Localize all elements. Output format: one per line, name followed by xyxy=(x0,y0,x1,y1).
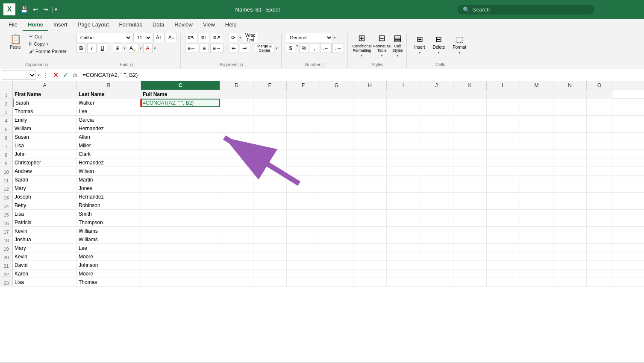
cell-C23[interactable] xyxy=(141,278,220,287)
cell-C10[interactable] xyxy=(141,167,220,176)
cell-F4[interactable] xyxy=(287,116,320,124)
cell-I14[interactable] xyxy=(387,201,420,210)
cell-J14[interactable] xyxy=(420,201,453,210)
merge-dropdown[interactable]: ▾ xyxy=(276,46,278,50)
cell-H16[interactable] xyxy=(353,218,387,227)
font-color-dropdown[interactable]: ▾ xyxy=(154,46,156,50)
cell-B18[interactable]: Williams xyxy=(77,235,141,244)
cell-A23[interactable]: Lisa xyxy=(13,278,77,287)
formula-options-icon[interactable]: ⋮ xyxy=(41,72,50,79)
cell-G15[interactable] xyxy=(320,210,353,218)
cell-D13[interactable] xyxy=(220,193,253,201)
fill-dropdown[interactable]: ▾ xyxy=(140,46,142,50)
cell-J1[interactable] xyxy=(420,90,453,99)
cell-A5[interactable]: William xyxy=(13,124,77,133)
cell-E13[interactable] xyxy=(253,193,287,201)
number-format-select[interactable]: General xyxy=(286,33,333,42)
cell-G9[interactable] xyxy=(320,158,353,167)
cell-B14[interactable]: Robinson xyxy=(77,201,141,210)
cell-M19[interactable] xyxy=(520,244,553,252)
cell-M18[interactable] xyxy=(520,235,553,244)
cell-N10[interactable] xyxy=(553,167,587,176)
formula-expand-icon[interactable]: ▾ xyxy=(38,73,40,77)
cell-J21[interactable] xyxy=(420,261,453,269)
cell-N20[interactable] xyxy=(553,252,587,261)
cell-D20[interactable] xyxy=(220,252,253,261)
cell-B23[interactable]: Thomas xyxy=(77,278,141,287)
cell-A7[interactable]: Lisa xyxy=(13,141,77,150)
cell-H13[interactable] xyxy=(353,193,387,201)
cell-J5[interactable] xyxy=(420,124,453,133)
currency-button[interactable]: $ xyxy=(286,44,295,53)
col-header-a[interactable]: A xyxy=(13,81,77,90)
cell-G7[interactable] xyxy=(320,141,353,150)
bold-button[interactable]: B xyxy=(76,44,86,53)
cell-A10[interactable]: Andrew xyxy=(13,167,77,176)
cell-O13[interactable] xyxy=(587,193,612,201)
cell-B20[interactable]: Moore xyxy=(77,252,141,261)
cell-O17[interactable] xyxy=(587,227,612,235)
cell-B4[interactable]: Garcia xyxy=(77,116,141,124)
cell-M8[interactable] xyxy=(520,150,553,158)
cell-G13[interactable] xyxy=(320,193,353,201)
save-button[interactable]: 💾 xyxy=(19,5,29,14)
col-header-k[interactable]: K xyxy=(453,81,487,90)
cell-G22[interactable] xyxy=(320,269,353,278)
col-header-h[interactable]: H xyxy=(353,81,387,90)
decrease-decimal-button[interactable]: .← xyxy=(320,44,332,53)
cell-E15[interactable] xyxy=(253,210,287,218)
cell-E19[interactable] xyxy=(253,244,287,252)
cell-H17[interactable] xyxy=(353,227,387,235)
cell-D2[interactable] xyxy=(220,99,253,107)
cell-I9[interactable] xyxy=(387,158,420,167)
cell-K17[interactable] xyxy=(453,227,487,235)
cell-F1[interactable] xyxy=(287,90,320,99)
format-table-dropdown[interactable]: ▾ xyxy=(381,53,383,58)
cell-H5[interactable] xyxy=(353,124,387,133)
cell-L1[interactable] xyxy=(487,90,520,99)
cell-F19[interactable] xyxy=(287,244,320,252)
search-input[interactable] xyxy=(472,6,558,13)
cell-A6[interactable]: Susan xyxy=(13,133,77,141)
cell-D14[interactable] xyxy=(220,201,253,210)
cell-D15[interactable] xyxy=(220,210,253,218)
cell-L8[interactable] xyxy=(487,150,520,158)
cell-C17[interactable] xyxy=(141,227,220,235)
tab-view[interactable]: View xyxy=(198,19,220,31)
cell-O7[interactable] xyxy=(587,141,612,150)
cell-M10[interactable] xyxy=(520,167,553,176)
cell-G16[interactable] xyxy=(320,218,353,227)
cell-O19[interactable] xyxy=(587,244,612,252)
cell-C19[interactable] xyxy=(141,244,220,252)
cell-B19[interactable]: Lee xyxy=(77,244,141,252)
paste-button[interactable]: 📋 Paste xyxy=(5,33,26,51)
cell-I22[interactable] xyxy=(387,269,420,278)
cell-L23[interactable] xyxy=(487,278,520,287)
align-top-left-button[interactable]: ≡↖ xyxy=(185,33,197,42)
tab-file[interactable]: File xyxy=(3,19,23,31)
cell-E3[interactable] xyxy=(253,107,287,116)
format-painter-button[interactable]: 🖌 Format Painter xyxy=(27,48,68,55)
cell-D7[interactable] xyxy=(220,141,253,150)
cell-B9[interactable]: Hernandez xyxy=(77,158,141,167)
decrease-indent-button[interactable]: ⇤ xyxy=(229,44,238,53)
cell-L15[interactable] xyxy=(487,210,520,218)
orientation-button[interactable]: ⟳ xyxy=(229,33,238,42)
format-button[interactable]: ⬚ Format ▾ xyxy=(449,33,470,56)
cell-F12[interactable] xyxy=(287,184,320,193)
tab-help[interactable]: Help xyxy=(220,19,242,31)
cell-A16[interactable]: Patricia xyxy=(13,218,77,227)
cell-O5[interactable] xyxy=(587,124,612,133)
cell-N2[interactable] xyxy=(553,99,587,107)
cell-J20[interactable] xyxy=(420,252,453,261)
cell-D9[interactable] xyxy=(220,158,253,167)
cell-G1[interactable] xyxy=(320,90,353,99)
format-dropdown[interactable]: ▾ xyxy=(459,50,461,55)
cell-I4[interactable] xyxy=(387,116,420,124)
cell-E9[interactable] xyxy=(253,158,287,167)
cell-I1[interactable] xyxy=(387,90,420,99)
increase-font-button[interactable]: A↑ xyxy=(153,33,165,42)
cell-styles-button[interactable]: ▤ CellStyles ▾ xyxy=(392,33,403,58)
cell-G18[interactable] xyxy=(320,235,353,244)
cell-F13[interactable] xyxy=(287,193,320,201)
